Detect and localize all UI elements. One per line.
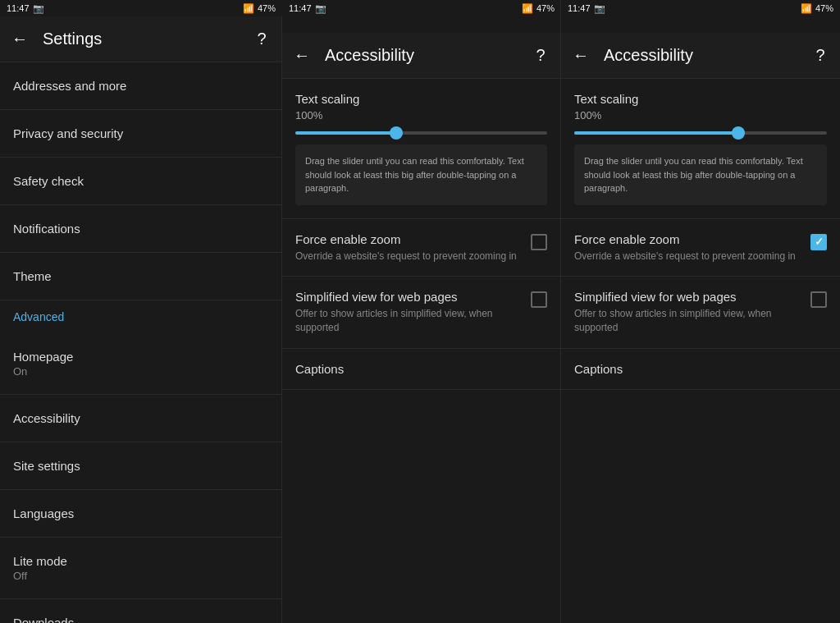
simplified-view-checkbox-center[interactable] bbox=[531, 291, 547, 308]
nav-item-downloads[interactable]: Downloads bbox=[0, 599, 281, 623]
simplified-view-item-right[interactable]: Simplified view for web pages Offer to s… bbox=[561, 277, 840, 349]
nav-item-languages[interactable]: Languages bbox=[0, 490, 281, 538]
text-scaling-value-right: 100% bbox=[574, 109, 827, 121]
help-button-settings[interactable]: ? bbox=[252, 30, 272, 49]
accessibility-toolbar-right: ← Accessibility ? bbox=[561, 33, 840, 79]
help-button-center[interactable]: ? bbox=[531, 46, 550, 66]
settings-nav-list: Addresses and more Privacy and security … bbox=[0, 62, 281, 623]
accessibility-title-right: Accessibility bbox=[604, 46, 797, 65]
force-zoom-checkbox-right[interactable] bbox=[810, 234, 827, 250]
simplified-view-title-right: Simplified view for web pages bbox=[574, 290, 801, 304]
force-zoom-checkbox-center[interactable] bbox=[531, 234, 547, 250]
back-button-right[interactable]: ← bbox=[571, 46, 591, 66]
accessibility-title-center: Accessibility bbox=[325, 46, 518, 65]
wifi-icon-left: 📶 bbox=[243, 3, 254, 14]
nav-item-homepage[interactable]: Homepage On bbox=[0, 333, 281, 395]
force-zoom-title-center: Force enable zoom bbox=[295, 232, 521, 246]
force-zoom-desc-center: Override a website's request to prevent … bbox=[295, 250, 521, 263]
time-left: 11:47 bbox=[7, 3, 30, 13]
help-button-right[interactable]: ? bbox=[810, 46, 830, 66]
accessibility-toolbar-center: ← Accessibility ? bbox=[282, 33, 560, 79]
nav-item-site-settings[interactable]: Site settings bbox=[0, 442, 281, 490]
nav-item-notifications[interactable]: Notifications bbox=[0, 205, 281, 253]
simplified-view-desc-right: Offer to show articles in simplified vie… bbox=[574, 307, 801, 335]
battery-left: 47% bbox=[258, 3, 276, 13]
simplified-view-checkbox-right[interactable] bbox=[810, 291, 827, 308]
accessibility-content-center: Text scaling 100% Drag the slider until … bbox=[282, 79, 560, 623]
nav-item-accessibility[interactable]: Accessibility bbox=[0, 395, 281, 442]
text-scaling-slider-right[interactable] bbox=[574, 131, 827, 135]
preview-text-center: Drag the slider until you can read this … bbox=[295, 144, 547, 205]
force-zoom-item-right[interactable]: Force enable zoom Override a website's r… bbox=[561, 219, 840, 277]
battery-center: 47% bbox=[536, 3, 555, 13]
text-scaling-slider-center[interactable] bbox=[295, 131, 547, 135]
force-zoom-item-center[interactable]: Force enable zoom Override a website's r… bbox=[282, 219, 560, 277]
accessibility-content-right: Text scaling 100% Drag the slider until … bbox=[561, 79, 840, 623]
time-right: 11:47 bbox=[568, 3, 591, 13]
status-bar-center: 11:47 📷 📶 47% bbox=[282, 0, 561, 16]
simplified-view-title-center: Simplified view for web pages bbox=[295, 290, 521, 304]
simplified-view-desc-center: Offer to show articles in simplified vie… bbox=[295, 307, 521, 335]
settings-panel: 11:47 📷 📶 47% ← Settings ? Addresses and… bbox=[0, 0, 282, 623]
time-center: 11:47 bbox=[289, 3, 312, 13]
text-scaling-section-center: Text scaling 100% Drag the slider until … bbox=[282, 79, 560, 219]
nav-item-safety[interactable]: Safety check bbox=[0, 158, 281, 205]
preview-text-right: Drag the slider until you can read this … bbox=[574, 144, 827, 205]
wifi-icon-center: 📶 bbox=[522, 3, 533, 14]
accessibility-panel-right: 11:47 📷 📶 47% ← Accessibility ? Text sca… bbox=[561, 0, 840, 623]
back-button-center[interactable]: ← bbox=[292, 46, 312, 66]
nav-item-addresses[interactable]: Addresses and more bbox=[0, 62, 281, 110]
text-scaling-section-right: Text scaling 100% Drag the slider until … bbox=[561, 79, 840, 219]
camera-icon-right: 📷 bbox=[594, 3, 605, 14]
camera-icon-left: 📷 bbox=[33, 3, 44, 14]
simplified-view-item-center[interactable]: Simplified view for web pages Offer to s… bbox=[282, 277, 560, 349]
captions-link-right[interactable]: Captions bbox=[561, 349, 840, 390]
force-zoom-title-right: Force enable zoom bbox=[574, 232, 801, 246]
text-scaling-label-center: Text scaling bbox=[295, 92, 547, 106]
settings-toolbar: ← Settings ? bbox=[0, 16, 281, 62]
text-scaling-value-center: 100% bbox=[295, 109, 547, 121]
nav-item-lite-mode[interactable]: Lite mode Off bbox=[0, 538, 281, 599]
captions-link-center[interactable]: Captions bbox=[282, 349, 560, 390]
battery-right: 47% bbox=[815, 3, 833, 13]
camera-icon-center: 📷 bbox=[315, 3, 326, 14]
nav-item-privacy[interactable]: Privacy and security bbox=[0, 110, 281, 158]
wifi-icon-right: 📶 bbox=[801, 3, 812, 14]
nav-item-theme[interactable]: Theme bbox=[0, 253, 281, 300]
settings-title: Settings bbox=[43, 30, 239, 48]
status-bar-left: 11:47 📷 📶 47% bbox=[0, 0, 282, 16]
advanced-section-header: Advanced bbox=[0, 300, 281, 333]
status-bar-right: 11:47 📷 📶 47% bbox=[561, 0, 840, 16]
back-button-settings[interactable]: ← bbox=[10, 30, 30, 49]
text-scaling-label-right: Text scaling bbox=[574, 92, 827, 106]
force-zoom-desc-right: Override a website's request to prevent … bbox=[574, 250, 801, 263]
accessibility-panel-center: 11:47 📷 📶 47% ← Accessibility ? Text sca… bbox=[282, 0, 561, 623]
